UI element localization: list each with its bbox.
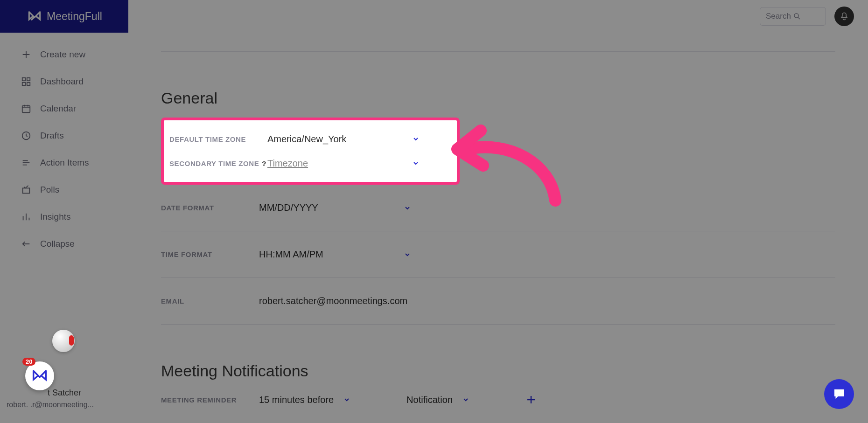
search-icon bbox=[793, 12, 820, 21]
sidebar-item-label: Action Items bbox=[40, 158, 89, 168]
reminder-time-select[interactable]: 15 minutes before bbox=[259, 395, 350, 405]
bell-icon bbox=[840, 12, 849, 21]
setting-email: EMAIL robert.satcher@moonmeetings.com bbox=[161, 278, 835, 325]
sidebar-item-dashboard[interactable]: Dashboard bbox=[0, 68, 128, 95]
email-value: robert.satcher@moonmeetings.com bbox=[259, 296, 492, 306]
setting-label: DATE FORMAT bbox=[161, 204, 259, 212]
user-name: t Satcher bbox=[48, 388, 122, 398]
sidebar-nav: Create new Dashboard Calendar Drafts Act… bbox=[0, 33, 128, 257]
sidebar-user-block[interactable]: t Satcher robert. .r@moonmeeting... bbox=[7, 388, 122, 409]
section-title-notifications: Meeting Notifications bbox=[161, 362, 835, 380]
chart-icon bbox=[21, 211, 32, 222]
search-placeholder: Search bbox=[766, 12, 793, 21]
app-launcher-bubble[interactable]: 20 bbox=[25, 361, 54, 390]
setting-label: TIME FORMAT bbox=[161, 250, 259, 258]
setting-time-format: TIME FORMAT HH:MM AM/PM bbox=[161, 231, 835, 278]
setting-secondary-timezone: SECONDARY TIME ZONE ? Timezone bbox=[164, 151, 457, 175]
setting-date-format: DATE FORMAT MM/DD/YYYY bbox=[161, 185, 835, 231]
sidebar-item-action-items[interactable]: Action Items bbox=[0, 149, 128, 176]
svg-rect-2 bbox=[22, 83, 25, 85]
main-area: Search General DEFAULT TIME ZONE America… bbox=[128, 0, 868, 423]
sidebar-item-label: Insights bbox=[40, 212, 70, 222]
sidebar-item-create[interactable]: Create new bbox=[0, 41, 128, 68]
clock-icon bbox=[21, 130, 32, 141]
svg-rect-1 bbox=[27, 78, 30, 81]
sidebar-item-collapse[interactable]: Collapse bbox=[0, 230, 128, 257]
sidebar-item-polls[interactable]: Polls bbox=[0, 176, 128, 203]
sidebar-item-calendar[interactable]: Calendar bbox=[0, 95, 128, 122]
bubble-indicator[interactable] bbox=[52, 330, 75, 352]
app-name: MeetingFull bbox=[47, 10, 102, 23]
setting-label: MEETING REMINDER bbox=[161, 396, 259, 404]
sidebar: MeetingFull Create new Dashboard Calenda… bbox=[0, 0, 128, 423]
grid-icon bbox=[21, 76, 32, 87]
chevron-down-icon bbox=[343, 396, 350, 403]
polls-icon bbox=[21, 184, 32, 195]
chevron-down-icon[interactable] bbox=[404, 251, 411, 258]
date-format-select[interactable]: MM/DD/YYYY bbox=[259, 202, 404, 213]
sidebar-item-insights[interactable]: Insights bbox=[0, 203, 128, 230]
chevron-down-icon[interactable] bbox=[404, 204, 411, 212]
app-logo[interactable]: MeetingFull bbox=[0, 0, 128, 33]
search-input[interactable]: Search bbox=[760, 7, 826, 26]
sidebar-item-label: Create new bbox=[40, 49, 85, 60]
setting-label: DEFAULT TIME ZONE bbox=[169, 135, 267, 143]
default-timezone-select[interactable]: America/New_York bbox=[267, 134, 412, 145]
chevron-down-icon[interactable] bbox=[412, 159, 420, 167]
sidebar-item-label: Dashboard bbox=[40, 76, 84, 87]
arrow-left-icon bbox=[21, 238, 32, 250]
notifications-button[interactable] bbox=[834, 7, 854, 26]
timezone-highlight-box: DEFAULT TIME ZONE America/New_York SECON… bbox=[161, 118, 460, 185]
sidebar-item-label: Calendar bbox=[40, 104, 76, 114]
divider bbox=[161, 51, 835, 52]
plus-icon bbox=[21, 49, 32, 60]
user-email: robert. .r@moonmeeting... bbox=[7, 401, 122, 409]
sidebar-item-drafts[interactable]: Drafts bbox=[0, 122, 128, 149]
add-reminder-button[interactable] bbox=[525, 394, 537, 405]
sidebar-item-label: Polls bbox=[40, 185, 59, 195]
reminder-type-select[interactable]: Notification bbox=[406, 395, 469, 405]
sidebar-item-label: Collapse bbox=[40, 239, 75, 249]
calendar-icon bbox=[21, 103, 32, 114]
chevron-down-icon[interactable] bbox=[412, 135, 420, 143]
sidebar-item-label: Drafts bbox=[40, 131, 64, 141]
svg-rect-3 bbox=[27, 83, 30, 85]
help-icon[interactable]: ? bbox=[262, 159, 266, 167]
list-icon bbox=[21, 157, 32, 168]
chat-button[interactable] bbox=[824, 379, 854, 409]
badge-count: 20 bbox=[22, 358, 35, 366]
setting-label: SECONDARY TIME ZONE ? bbox=[169, 159, 267, 167]
svg-point-7 bbox=[794, 14, 798, 18]
section-title-general: General bbox=[161, 89, 835, 107]
setting-label: EMAIL bbox=[161, 297, 259, 305]
svg-rect-0 bbox=[22, 78, 25, 81]
setting-meeting-reminder: MEETING REMINDER 15 minutes before Notif… bbox=[161, 394, 835, 405]
setting-default-timezone: DEFAULT TIME ZONE America/New_York bbox=[164, 127, 457, 151]
logo-icon bbox=[28, 11, 41, 22]
secondary-timezone-select[interactable]: Timezone bbox=[267, 158, 412, 169]
chat-icon bbox=[832, 387, 846, 401]
svg-rect-6 bbox=[23, 188, 30, 193]
floating-bubble-group[interactable]: 20 bbox=[25, 361, 54, 390]
chevron-down-icon bbox=[462, 396, 469, 403]
time-format-select[interactable]: HH:MM AM/PM bbox=[259, 249, 404, 260]
settings-content: General DEFAULT TIME ZONE America/New_Yo… bbox=[128, 51, 868, 405]
topbar: Search bbox=[128, 0, 868, 33]
svg-rect-4 bbox=[22, 106, 30, 113]
